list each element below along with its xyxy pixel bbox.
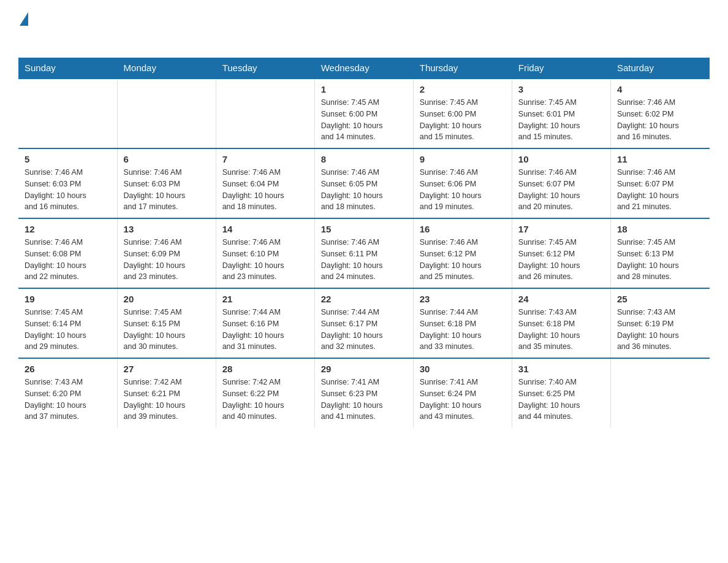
day-info: Sunrise: 7:42 AM Sunset: 6:21 PM Dayligh… — [124, 377, 210, 423]
day-number: 14 — [222, 224, 308, 234]
day-number: 24 — [518, 294, 604, 304]
header-cell-saturday: Saturday — [610, 58, 709, 79]
calendar-cell: 17Sunrise: 7:45 AM Sunset: 6:12 PM Dayli… — [512, 218, 610, 288]
header-cell-wednesday: Wednesday — [314, 58, 413, 79]
day-info: Sunrise: 7:46 AM Sunset: 6:10 PM Dayligh… — [222, 237, 308, 283]
calendar-cell: 13Sunrise: 7:46 AM Sunset: 6:09 PM Dayli… — [117, 218, 216, 288]
day-number: 2 — [420, 84, 506, 94]
calendar-cell: 16Sunrise: 7:46 AM Sunset: 6:12 PM Dayli… — [413, 218, 512, 288]
day-number: 22 — [321, 294, 407, 304]
day-number: 13 — [124, 224, 210, 234]
day-number: 9 — [420, 154, 506, 164]
calendar-cell: 23Sunrise: 7:44 AM Sunset: 6:18 PM Dayli… — [413, 288, 512, 358]
day-info: Sunrise: 7:45 AM Sunset: 6:12 PM Dayligh… — [518, 237, 604, 283]
day-info: Sunrise: 7:44 AM Sunset: 6:17 PM Dayligh… — [321, 307, 407, 353]
calendar-cell: 20Sunrise: 7:45 AM Sunset: 6:15 PM Dayli… — [117, 288, 216, 358]
day-info: Sunrise: 7:46 AM Sunset: 6:03 PM Dayligh… — [124, 167, 210, 213]
header-cell-tuesday: Tuesday — [216, 58, 314, 79]
calendar-cell: 3Sunrise: 7:45 AM Sunset: 6:01 PM Daylig… — [512, 79, 610, 148]
calendar-cell: 30Sunrise: 7:41 AM Sunset: 6:24 PM Dayli… — [413, 358, 512, 427]
day-info: Sunrise: 7:44 AM Sunset: 6:16 PM Dayligh… — [222, 307, 308, 353]
calendar-cell: 1Sunrise: 7:45 AM Sunset: 6:00 PM Daylig… — [314, 79, 413, 148]
header-row: SundayMondayTuesdayWednesdayThursdayFrid… — [18, 58, 710, 79]
calendar-week-5: 26Sunrise: 7:43 AM Sunset: 6:20 PM Dayli… — [18, 358, 710, 427]
calendar-cell: 2Sunrise: 7:45 AM Sunset: 6:00 PM Daylig… — [413, 79, 512, 148]
calendar-cell: 22Sunrise: 7:44 AM Sunset: 6:17 PM Dayli… — [314, 288, 413, 358]
calendar-cell: 8Sunrise: 7:46 AM Sunset: 6:05 PM Daylig… — [314, 148, 413, 218]
calendar-cell — [117, 79, 216, 148]
day-number: 10 — [518, 154, 604, 164]
calendar-header: SundayMondayTuesdayWednesdayThursdayFrid… — [18, 58, 710, 79]
day-info: Sunrise: 7:43 AM Sunset: 6:20 PM Dayligh… — [25, 377, 111, 423]
day-number: 30 — [420, 364, 506, 374]
day-number: 4 — [617, 84, 703, 94]
calendar-cell: 21Sunrise: 7:44 AM Sunset: 6:16 PM Dayli… — [216, 288, 314, 358]
day-info: Sunrise: 7:46 AM Sunset: 6:12 PM Dayligh… — [420, 237, 506, 283]
calendar-cell: 14Sunrise: 7:46 AM Sunset: 6:10 PM Dayli… — [216, 218, 314, 288]
day-info: Sunrise: 7:43 AM Sunset: 6:18 PM Dayligh… — [518, 307, 604, 353]
day-number: 19 — [25, 294, 111, 304]
calendar-cell: 24Sunrise: 7:43 AM Sunset: 6:18 PM Dayli… — [512, 288, 610, 358]
calendar-cell: 7Sunrise: 7:46 AM Sunset: 6:04 PM Daylig… — [216, 148, 314, 218]
header-cell-friday: Friday — [512, 58, 610, 79]
calendar-week-2: 5Sunrise: 7:46 AM Sunset: 6:03 PM Daylig… — [18, 148, 710, 218]
day-number: 28 — [222, 364, 308, 374]
day-number: 1 — [321, 84, 407, 94]
logo — [18, 12, 28, 45]
day-info: Sunrise: 7:46 AM Sunset: 6:11 PM Dayligh… — [321, 237, 407, 283]
day-number: 11 — [617, 154, 703, 164]
day-number: 31 — [518, 364, 604, 374]
calendar-body: 1Sunrise: 7:45 AM Sunset: 6:00 PM Daylig… — [18, 79, 710, 427]
calendar-cell: 25Sunrise: 7:43 AM Sunset: 6:19 PM Dayli… — [610, 288, 709, 358]
calendar-cell: 18Sunrise: 7:45 AM Sunset: 6:13 PM Dayli… — [610, 218, 709, 288]
day-number: 7 — [222, 154, 308, 164]
calendar-cell — [610, 358, 709, 427]
day-number: 23 — [420, 294, 506, 304]
day-info: Sunrise: 7:44 AM Sunset: 6:18 PM Dayligh… — [420, 307, 506, 353]
day-info: Sunrise: 7:45 AM Sunset: 6:15 PM Dayligh… — [124, 307, 210, 353]
calendar-cell: 31Sunrise: 7:40 AM Sunset: 6:25 PM Dayli… — [512, 358, 610, 427]
calendar-cell: 19Sunrise: 7:45 AM Sunset: 6:14 PM Dayli… — [18, 288, 117, 358]
day-info: Sunrise: 7:46 AM Sunset: 6:07 PM Dayligh… — [617, 167, 703, 213]
day-number: 8 — [321, 154, 407, 164]
day-number: 15 — [321, 224, 407, 234]
calendar-cell: 27Sunrise: 7:42 AM Sunset: 6:21 PM Dayli… — [117, 358, 216, 427]
day-info: Sunrise: 7:45 AM Sunset: 6:14 PM Dayligh… — [25, 307, 111, 353]
day-number: 21 — [222, 294, 308, 304]
calendar-week-4: 19Sunrise: 7:45 AM Sunset: 6:14 PM Dayli… — [18, 288, 710, 358]
day-number: 17 — [518, 224, 604, 234]
calendar-cell: 28Sunrise: 7:42 AM Sunset: 6:22 PM Dayli… — [216, 358, 314, 427]
day-info: Sunrise: 7:46 AM Sunset: 6:06 PM Dayligh… — [420, 167, 506, 213]
day-info: Sunrise: 7:41 AM Sunset: 6:23 PM Dayligh… — [321, 377, 407, 423]
day-number: 6 — [124, 154, 210, 164]
calendar-cell — [216, 79, 314, 148]
day-info: Sunrise: 7:41 AM Sunset: 6:24 PM Dayligh… — [420, 377, 506, 423]
day-info: Sunrise: 7:46 AM Sunset: 6:05 PM Dayligh… — [321, 167, 407, 213]
calendar-cell: 12Sunrise: 7:46 AM Sunset: 6:08 PM Dayli… — [18, 218, 117, 288]
calendar-cell: 11Sunrise: 7:46 AM Sunset: 6:07 PM Dayli… — [610, 148, 709, 218]
day-info: Sunrise: 7:45 AM Sunset: 6:00 PM Dayligh… — [420, 97, 506, 143]
header-cell-thursday: Thursday — [413, 58, 512, 79]
header-cell-sunday: Sunday — [18, 58, 117, 79]
day-number: 18 — [617, 224, 703, 234]
day-info: Sunrise: 7:46 AM Sunset: 6:03 PM Dayligh… — [25, 167, 111, 213]
day-info: Sunrise: 7:46 AM Sunset: 6:08 PM Dayligh… — [25, 237, 111, 283]
calendar-week-3: 12Sunrise: 7:46 AM Sunset: 6:08 PM Dayli… — [18, 218, 710, 288]
logo-triangle-icon — [20, 12, 28, 26]
calendar-cell: 9Sunrise: 7:46 AM Sunset: 6:06 PM Daylig… — [413, 148, 512, 218]
day-info: Sunrise: 7:45 AM Sunset: 6:00 PM Dayligh… — [321, 97, 407, 143]
calendar-cell: 15Sunrise: 7:46 AM Sunset: 6:11 PM Dayli… — [314, 218, 413, 288]
page-header — [18, 12, 710, 45]
day-info: Sunrise: 7:45 AM Sunset: 6:01 PM Dayligh… — [518, 97, 604, 143]
calendar-week-1: 1Sunrise: 7:45 AM Sunset: 6:00 PM Daylig… — [18, 79, 710, 148]
calendar-cell: 5Sunrise: 7:46 AM Sunset: 6:03 PM Daylig… — [18, 148, 117, 218]
day-info: Sunrise: 7:42 AM Sunset: 6:22 PM Dayligh… — [222, 377, 308, 423]
day-number: 29 — [321, 364, 407, 374]
day-info: Sunrise: 7:45 AM Sunset: 6:13 PM Dayligh… — [617, 237, 703, 283]
calendar-cell: 26Sunrise: 7:43 AM Sunset: 6:20 PM Dayli… — [18, 358, 117, 427]
day-number: 27 — [124, 364, 210, 374]
calendar-cell: 6Sunrise: 7:46 AM Sunset: 6:03 PM Daylig… — [117, 148, 216, 218]
day-number: 25 — [617, 294, 703, 304]
day-number: 3 — [518, 84, 604, 94]
calendar-cell: 4Sunrise: 7:46 AM Sunset: 6:02 PM Daylig… — [610, 79, 709, 148]
